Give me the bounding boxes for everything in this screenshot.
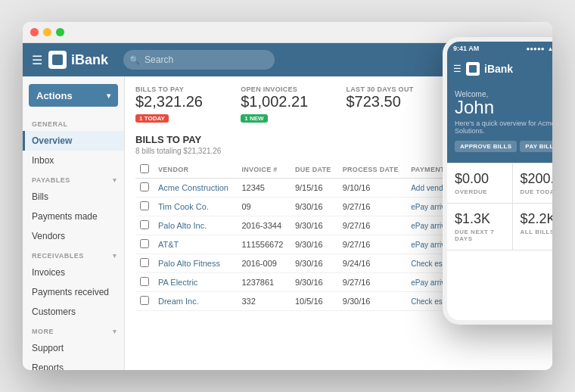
- row-invoice: 1237861: [237, 273, 291, 292]
- row-due-date: 10/5/16: [291, 292, 338, 311]
- search-icon: 🔍: [129, 55, 140, 65]
- vendor-link[interactable]: AT&T: [158, 240, 179, 249]
- phone-status-right: ●●●●● ▲ 100%: [526, 45, 552, 52]
- phone-overlay: 9:41 AM ●●●●● ▲ 100% ☰ iBank ⊞ + Welcome…: [443, 37, 552, 325]
- row-invoice: 332: [237, 292, 291, 311]
- stat-invoices-value: $1,002.21: [241, 93, 331, 110]
- sidebar-item-bills[interactable]: Bills: [23, 187, 124, 207]
- phone-stat-block: $0.00 OVERDUE: [447, 163, 513, 204]
- sidebar-item-inbox[interactable]: Inbox: [23, 151, 124, 170]
- sidebar-section-more: MORE ▾: [23, 322, 124, 338]
- row-vendor: Dream Inc.: [154, 292, 237, 311]
- window-controls: [30, 28, 64, 36]
- sidebar-section-payables: PAYABLES ▾: [23, 170, 124, 187]
- sidebar-item-support[interactable]: Support: [23, 338, 124, 358]
- phone-logo: [466, 62, 480, 76]
- row-vendor: Acme Construction: [154, 179, 237, 198]
- row-invoice: 111556672: [237, 235, 291, 254]
- row-checkbox[interactable]: [135, 273, 154, 292]
- actions-chevron-icon: ▾: [107, 92, 110, 100]
- stat-30out-label: LAST 30 DAYS OUT: [347, 86, 437, 93]
- row-vendor: Palo Alto Fitness: [154, 254, 237, 273]
- stat-last30-out: LAST 30 DAYS OUT $723.50: [347, 86, 437, 123]
- row-due-date: 9/15/16: [291, 179, 338, 198]
- row-checkbox[interactable]: [135, 179, 154, 198]
- receivables-chevron-icon: ▾: [113, 252, 117, 260]
- col-process-date: PROCESS DATE: [338, 161, 406, 179]
- row-checkbox[interactable]: [135, 216, 154, 235]
- sidebar-section-general: GENERAL: [23, 114, 124, 131]
- sidebar-item-reports[interactable]: Reports: [23, 358, 124, 370]
- phone-signal-icon: ●●●●●: [526, 45, 544, 52]
- phone-action-btns: APPROVE BILLS PAY BILLS: [455, 141, 552, 152]
- vendor-link[interactable]: Palo Alto Inc.: [158, 221, 207, 230]
- phone-wifi-icon: ▲: [548, 45, 552, 52]
- row-process-date: 9/27/16: [338, 273, 406, 292]
- maximize-button[interactable]: [56, 28, 64, 36]
- close-button[interactable]: [30, 28, 39, 36]
- row-vendor: Tim Cook Co.: [154, 198, 237, 216]
- vendor-link[interactable]: Acme Construction: [158, 183, 228, 192]
- phone-app-title: iBank: [484, 63, 549, 75]
- stat-bills-value: $2,321.26: [135, 93, 225, 110]
- search-input[interactable]: [123, 50, 275, 70]
- phone-app-header: ☰ iBank ⊞ +: [447, 55, 552, 82]
- sidebar-item-payments-made[interactable]: Payments made: [23, 207, 124, 226]
- phone-menu-icon[interactable]: ☰: [453, 64, 462, 74]
- phone-stat-label: DUE NEXT 7 DAYS: [455, 229, 505, 242]
- stat-invoices-label: OPEN INVOICES: [241, 86, 331, 93]
- phone-pay-bills-btn[interactable]: PAY BILLS: [520, 141, 552, 152]
- row-checkbox[interactable]: [135, 235, 154, 254]
- row-invoice: 2016-009: [237, 254, 291, 273]
- sidebar-item-vendors[interactable]: Vendors: [23, 226, 124, 246]
- vendor-link[interactable]: Dream Inc.: [158, 297, 199, 306]
- row-process-date: 9/27/16: [338, 235, 406, 254]
- vendor-link[interactable]: Palo Alto Fitness: [158, 259, 220, 268]
- row-invoice: 09: [237, 198, 291, 216]
- phone-welcome-sub: Here's a quick overview for Acme Solutio…: [455, 120, 552, 135]
- app-title: iBank: [71, 52, 108, 68]
- minimize-button[interactable]: [43, 28, 51, 36]
- logo-icon: [52, 54, 63, 65]
- row-invoice: 2016-3344: [237, 216, 291, 235]
- col-due-date: DUE DATE: [291, 161, 338, 179]
- vendor-link[interactable]: Tim Cook Co.: [158, 202, 209, 211]
- phone-stat-block: $200.00 DUE TODAY: [513, 163, 553, 204]
- stat-bills-label: BILLS TO PAY: [135, 86, 225, 93]
- stat-open-invoices: OPEN INVOICES $1,002.21 1 NEW: [241, 86, 331, 123]
- phone-logo-icon: [469, 65, 477, 73]
- phone-time: 9:41 AM: [453, 45, 479, 52]
- phone-stat-value: $2.2K: [521, 211, 553, 227]
- row-process-date: 9/30/16: [338, 292, 406, 311]
- row-due-date: 9/30/16: [291, 198, 338, 216]
- sidebar-item-customers[interactable]: Customers: [23, 302, 124, 322]
- phone-approve-bills-btn[interactable]: APPROVE BILLS: [455, 141, 517, 152]
- menu-icon[interactable]: ☰: [32, 53, 42, 67]
- sidebar-item-overview[interactable]: Overview: [23, 131, 124, 151]
- sidebar-item-payments-received[interactable]: Payments received: [23, 282, 124, 302]
- stat-30out-value: $723.50: [347, 93, 437, 110]
- row-vendor: Palo Alto Inc.: [154, 216, 237, 235]
- row-checkbox[interactable]: [135, 254, 154, 273]
- sidebar-item-invoices[interactable]: Invoices: [23, 263, 124, 282]
- stat-bills-to-pay: BILLS TO PAY $2,321.26 1 TODAY: [135, 86, 225, 123]
- more-chevron-icon: ▾: [113, 328, 117, 335]
- row-checkbox[interactable]: [135, 292, 154, 311]
- payables-chevron-icon: ▾: [113, 176, 117, 184]
- row-checkbox[interactable]: [135, 198, 154, 216]
- row-process-date: 9/10/16: [338, 179, 406, 198]
- vendor-link[interactable]: PA Electric: [158, 278, 197, 287]
- row-vendor: PA Electric: [154, 273, 237, 292]
- row-invoice: 12345: [237, 179, 291, 198]
- row-process-date: 9/24/16: [338, 254, 406, 273]
- select-all-checkbox[interactable]: [140, 164, 149, 173]
- phone-status-bar: 9:41 AM ●●●●● ▲ 100%: [447, 42, 552, 55]
- row-vendor: AT&T: [154, 235, 237, 254]
- logo-box: [48, 51, 67, 69]
- row-process-date: 9/27/16: [338, 198, 406, 216]
- phone-stat-block: $2.2K ALL BILLS: [513, 204, 553, 250]
- search-wrapper: 🔍: [123, 50, 471, 70]
- actions-button[interactable]: Actions ▾: [29, 84, 118, 107]
- phone-stat-value: $200.00: [521, 171, 553, 187]
- phone-stats-grid: $0.00 OVERDUE $200.00 DUE TODAY $1.3K DU…: [447, 163, 552, 250]
